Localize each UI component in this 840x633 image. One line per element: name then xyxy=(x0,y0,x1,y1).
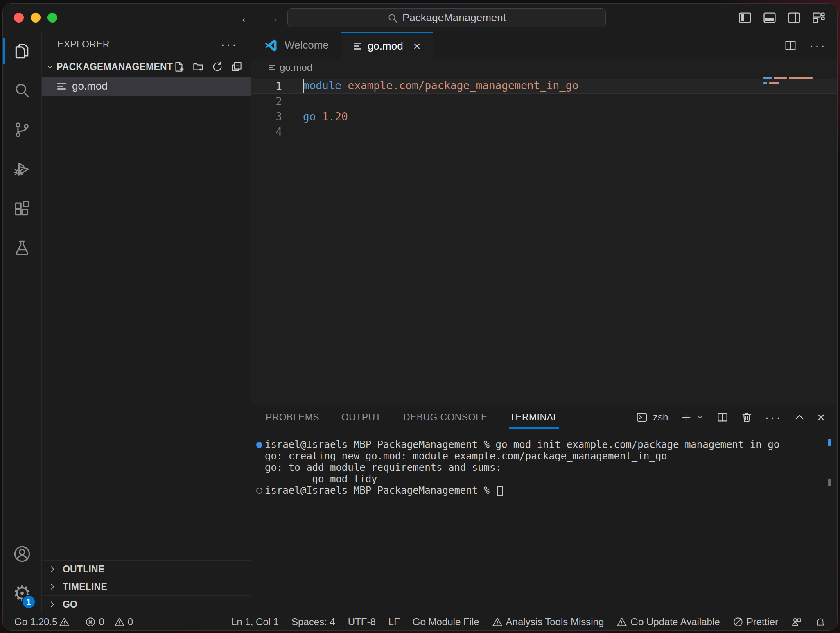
zoom-window-button[interactable] xyxy=(47,13,57,23)
indentation-item[interactable]: Spaces: 4 xyxy=(291,616,335,628)
explorer-sidebar: EXPLORER ··· PACKAGEMANAGEMENT go.mod xyxy=(42,32,251,613)
code-editor[interactable]: 1 module example.com/package_management_… xyxy=(251,76,837,405)
sidebar-item-explorer[interactable] xyxy=(3,32,41,71)
terminal-output[interactable]: israel@Israels-MBP PackageManagement % g… xyxy=(251,429,837,613)
explorer-toolbar xyxy=(173,61,243,73)
tab-go-mod[interactable]: go.mod × xyxy=(341,32,433,59)
command-center-search[interactable]: PackageManagement xyxy=(287,8,606,27)
status-bar: Go 1.20.5 0 0 Ln 1, Col 1 Spaces: 4 UTF-… xyxy=(3,613,837,630)
tab-problems[interactable]: PROBLEMS xyxy=(265,406,320,429)
sidebar-empty-space xyxy=(42,96,251,560)
new-file-icon[interactable] xyxy=(173,61,185,73)
sidebar-item-search[interactable] xyxy=(3,71,41,110)
split-editor-icon[interactable] xyxy=(784,39,797,52)
analysis-tools-item[interactable]: Analysis Tools Missing xyxy=(492,616,604,628)
section-label: TIMELINE xyxy=(63,581,107,592)
collapse-all-icon[interactable] xyxy=(230,61,243,73)
tab-welcome[interactable]: Welcome xyxy=(251,32,341,59)
editor-actions: ··· xyxy=(784,32,826,59)
split-terminal-icon[interactable] xyxy=(716,411,729,423)
shell-name: zsh xyxy=(653,411,668,423)
prompt-decoration xyxy=(256,488,262,494)
go-version-item[interactable]: Go 1.20.5 xyxy=(14,616,70,628)
minimize-window-button[interactable] xyxy=(31,13,41,23)
problems-item[interactable]: 0 0 xyxy=(85,616,133,628)
toggle-secondary-sidebar-icon[interactable] xyxy=(787,11,801,25)
refresh-icon[interactable] xyxy=(211,61,224,73)
terminal-line: go: creating new go.mod: module example.… xyxy=(265,450,813,462)
panel-more-icon[interactable]: ··· xyxy=(765,410,782,424)
chevron-right-icon xyxy=(47,582,57,592)
go-mod-file-icon xyxy=(269,65,275,70)
trash-icon[interactable] xyxy=(741,411,753,423)
maximize-panel-icon[interactable] xyxy=(794,411,805,423)
tab-bar: Welcome go.mod × ··· xyxy=(251,32,837,59)
chevron-down-icon xyxy=(45,61,55,72)
chevron-down-icon[interactable] xyxy=(695,413,705,422)
toggle-sidebar-icon[interactable] xyxy=(738,11,752,25)
customize-layout-icon[interactable] xyxy=(812,11,826,25)
sidebar-more-icon[interactable]: ··· xyxy=(221,37,238,51)
text-cursor xyxy=(303,79,304,93)
line-number: 2 xyxy=(251,95,282,108)
section-label: GO xyxy=(63,599,77,610)
activity-bar-spacer xyxy=(3,267,41,534)
back-arrow-icon[interactable]: ← xyxy=(239,10,253,26)
tab-debug-console[interactable]: DEBUG CONSOLE xyxy=(402,406,488,429)
editor-more-icon[interactable]: ··· xyxy=(809,38,826,52)
go-update-item[interactable]: Go Update Available xyxy=(616,616,720,628)
sidebar-item-source-control[interactable] xyxy=(3,110,41,149)
section-timeline[interactable]: TIMELINE xyxy=(42,578,251,595)
title-bar: ← → PackageManagement xyxy=(3,4,837,32)
section-go[interactable]: GO xyxy=(42,595,251,613)
plus-icon[interactable] xyxy=(680,411,692,423)
main-area: ⚙ 1 EXPLORER ··· PACKAGEMANAGEMENT xyxy=(3,32,837,613)
cursor-position-item[interactable]: Ln 1, Col 1 xyxy=(231,616,279,628)
close-tab-icon[interactable]: × xyxy=(413,39,421,53)
vscode-window: ← → PackageManagement xyxy=(2,3,838,631)
sidebar-item-testing[interactable] xyxy=(3,228,41,267)
encoding-item[interactable]: UTF-8 xyxy=(348,616,376,628)
feedback-button[interactable] xyxy=(791,616,802,628)
git-branch-icon xyxy=(13,121,31,139)
language-mode-item[interactable]: Go Module File xyxy=(413,616,479,628)
file-name: go.mod xyxy=(72,80,108,93)
terminal-line: go: to add module requirements and sums: xyxy=(265,462,813,473)
feedback-person-icon xyxy=(791,616,802,628)
close-window-button[interactable] xyxy=(14,13,24,23)
line-number: 3 xyxy=(251,111,282,123)
tab-output[interactable]: OUTPUT xyxy=(341,406,382,429)
toggle-panel-icon[interactable] xyxy=(763,11,777,25)
notifications-button[interactable] xyxy=(815,617,826,627)
minimap[interactable] xyxy=(763,77,817,88)
chevron-right-icon xyxy=(47,564,57,574)
forward-arrow-icon[interactable]: → xyxy=(266,10,280,26)
prettier-item[interactable]: Prettier xyxy=(733,616,778,628)
close-panel-icon[interactable]: × xyxy=(817,410,825,425)
sidebar-item-run-debug[interactable] xyxy=(3,149,41,189)
vscode-logo-icon xyxy=(264,38,278,53)
workspace-section-header[interactable]: PACKAGEMANAGEMENT xyxy=(42,57,251,77)
account-button[interactable] xyxy=(3,534,41,574)
eol-item[interactable]: LF xyxy=(388,616,400,628)
breadcrumb-item: go.mod xyxy=(280,62,312,73)
sidebar-item-extensions[interactable] xyxy=(3,189,41,228)
history-nav: ← → xyxy=(239,4,280,32)
beaker-icon xyxy=(13,239,31,257)
disabled-circle-icon xyxy=(733,617,743,627)
bottom-panel: PROBLEMS OUTPUT DEBUG CONSOLE TERMINAL z… xyxy=(251,405,837,613)
panel-header: PROBLEMS OUTPUT DEBUG CONSOLE TERMINAL z… xyxy=(251,405,837,429)
terminal-ruler-command-mark xyxy=(828,439,831,446)
breadcrumb[interactable]: go.mod xyxy=(251,59,837,76)
tab-terminal[interactable]: TERMINAL xyxy=(509,406,560,429)
file-row-go-mod[interactable]: go.mod xyxy=(42,77,251,96)
terminal-prompt-line: israel@Israels-MBP PackageManagement % xyxy=(265,485,813,496)
search-icon xyxy=(387,13,398,23)
settings-button[interactable]: ⚙ 1 xyxy=(3,574,41,613)
tab-label: go.mod xyxy=(368,40,403,52)
section-outline[interactable]: OUTLINE xyxy=(42,560,251,578)
terminal-profile[interactable]: zsh xyxy=(636,411,668,423)
warning-icon xyxy=(59,617,70,627)
new-folder-icon[interactable] xyxy=(192,61,204,73)
terminal-icon xyxy=(636,411,648,423)
